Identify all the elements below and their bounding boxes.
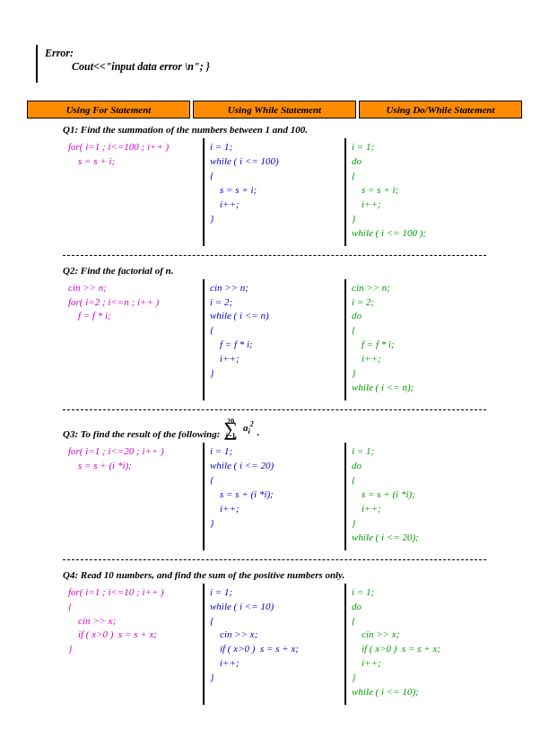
header-for: Using For Statement: [27, 101, 190, 119]
divider-3: [63, 559, 486, 560]
sigma-icon: 20 ∑ i=1: [220, 419, 241, 439]
q2-row: cin >> n; for( i=2 ; i<=n ; i++ ) f = f …: [63, 279, 486, 401]
q3-do-code: i = 1; do { s = s + (i *i); i++; } while…: [346, 443, 486, 550]
q3-period: .: [254, 426, 260, 439]
sigma-bot: i=1: [226, 426, 236, 446]
divider-2: [63, 409, 486, 410]
q1-row: for( i=1 ; i<=100 ; i++ ) s = s + i; i =…: [63, 138, 486, 246]
q4-for-code: for( i=1 ; i<=10 ; i++ ) { cin >> x; if …: [63, 584, 205, 706]
q2-while-code: cin >> n; i = 2; while ( i <= n) { f = f…: [205, 279, 346, 401]
error-code: Cout<<"input data error \n"; }: [45, 60, 515, 74]
q3-question: Q3: To find the result of the following:…: [63, 419, 522, 439]
q1-text: Q1: Find the summation of the numbers be…: [63, 124, 522, 135]
q3-text: Q3: To find the result of the following:: [63, 428, 220, 439]
error-box: Error: Cout<<"input data error \n"; }: [36, 45, 522, 83]
header-dowhile: Using Do/While Statement: [359, 101, 522, 119]
q1-for-code: for( i=1 ; i<=100 ; i++ ) s = s + i;: [63, 138, 205, 246]
q3-for-code: for( i=1 ; i<=20 ; i++ ) s = s + (i *i);: [63, 443, 205, 550]
column-headers: Using For Statement Using While Statemen…: [27, 101, 522, 119]
sigma-term: ai2: [241, 420, 254, 439]
header-while: Using While Statement: [193, 101, 356, 119]
q2-text: Q2: Find the factorial of n.: [63, 265, 522, 276]
q1-do-code: i = 1; do { s = s + i; i++; } while ( i …: [346, 138, 486, 246]
q2-for-code: cin >> n; for( i=2 ; i<=n ; i++ ) f = f …: [63, 279, 205, 401]
divider-1: [63, 255, 486, 256]
q4-row: for( i=1 ; i<=10 ; i++ ) { cin >> x; if …: [63, 584, 486, 706]
q1-while-code: i = 1; while ( i <= 100) { s = s + i; i+…: [205, 138, 346, 246]
q4-do-code: i = 1; do { cin >> x; if ( x>0 ) s = s +…: [346, 584, 486, 706]
q2-do-code: cin >> n; i = 2; do { f = f * i; i++; } …: [346, 279, 486, 401]
q4-while-code: i = 1; while ( i <= 10) { cin >> x; if (…: [205, 584, 346, 706]
q3-row: for( i=1 ; i<=20 ; i++ ) s = s + (i *i);…: [63, 443, 486, 550]
q3-while-code: i = 1; while ( i <= 20) { s = s + (i *i)…: [205, 443, 346, 550]
q4-text: Q4: Read 10 numbers, and find the sum of…: [63, 569, 522, 580]
error-title: Error:: [45, 47, 515, 60]
